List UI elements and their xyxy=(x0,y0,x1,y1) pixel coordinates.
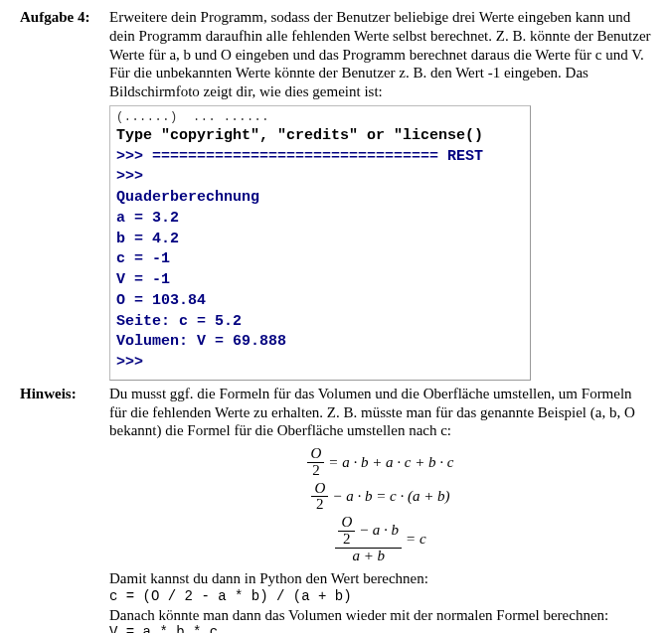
terminal-line: V = -1 xyxy=(116,270,524,291)
equation-row: O 2 − a · b a + b = c xyxy=(109,515,652,563)
fraction-num: O xyxy=(338,515,355,531)
fraction-num: O xyxy=(307,446,324,462)
terminal-line: O = 103.84 xyxy=(116,291,524,312)
fraction: O 2 − a · b a + b xyxy=(335,515,402,563)
fraction: O 2 xyxy=(307,446,324,479)
terminal-line: a = 3.2 xyxy=(116,209,524,230)
terminal-line: >>> ================================ RES… xyxy=(116,147,524,168)
task-block: Aufgabe 4: Erweitere dein Programm, soda… xyxy=(20,8,652,381)
code-line: c = (O / 2 - a * b) / (a + b) xyxy=(109,588,652,606)
terminal-screenshot: (......) ... ...... Type "copyright", "c… xyxy=(109,105,531,381)
fraction-den: 2 xyxy=(338,532,355,548)
terminal-line: Volumen: V = 69.888 xyxy=(116,332,524,353)
terminal-line: Type "copyright", "credits" or "license(… xyxy=(116,126,524,147)
equation-row: O 2 − a · b = c · (a + b) xyxy=(109,481,652,514)
fraction: O 2 xyxy=(311,481,328,514)
equation-rhs: = a · b + a · c + b · c xyxy=(328,453,453,472)
hint-text-2: Damit kannst du dann in Python den Wert … xyxy=(109,569,652,588)
fraction-den: 2 xyxy=(311,497,328,513)
terminal-line: >>> xyxy=(116,167,524,188)
code-line: V = a * b * c xyxy=(109,624,652,633)
fraction-den: 2 xyxy=(307,463,324,479)
hint-text-1: Du musst ggf. die Formeln für das Volume… xyxy=(109,386,635,439)
fraction-num: O xyxy=(311,481,328,497)
equations: O 2 = a · b + a · c + b · c O 2 − a · b … xyxy=(109,446,652,563)
terminal-line: c = -1 xyxy=(116,249,524,270)
terminal-clipped-top: (......) ... ...... xyxy=(116,110,524,126)
task-text: Erweitere dein Programm, sodass der Benu… xyxy=(109,9,651,99)
task-content: Erweitere dein Programm, sodass der Benu… xyxy=(109,8,652,381)
equation-row: O 2 = a · b + a · c + b · c xyxy=(109,446,652,479)
task-label: Aufgabe 4: xyxy=(20,8,109,381)
fraction-num: O 2 − a · b xyxy=(335,515,402,548)
inner-fraction: O 2 xyxy=(338,515,355,548)
fraction-den: a + b xyxy=(335,549,402,564)
hint-text-3: Danach könnte man dann das Volumen wiede… xyxy=(109,606,652,625)
terminal-line: b = 4.2 xyxy=(116,230,524,250)
num-tail: − a · b xyxy=(359,522,399,538)
equation-rhs: = c xyxy=(406,530,426,549)
terminal-line: Quaderberechnung xyxy=(116,188,524,209)
hint-content: Du musst ggf. die Formeln für das Volume… xyxy=(109,385,652,633)
hint-label: Hinweis: xyxy=(20,385,109,633)
terminal-line: >>> xyxy=(116,353,524,374)
hint-block: Hinweis: Du musst ggf. die Formeln für d… xyxy=(20,385,652,633)
equation-mid: − a · b = c · (a + b) xyxy=(332,487,449,506)
terminal-line: Seite: c = 5.2 xyxy=(116,312,524,333)
